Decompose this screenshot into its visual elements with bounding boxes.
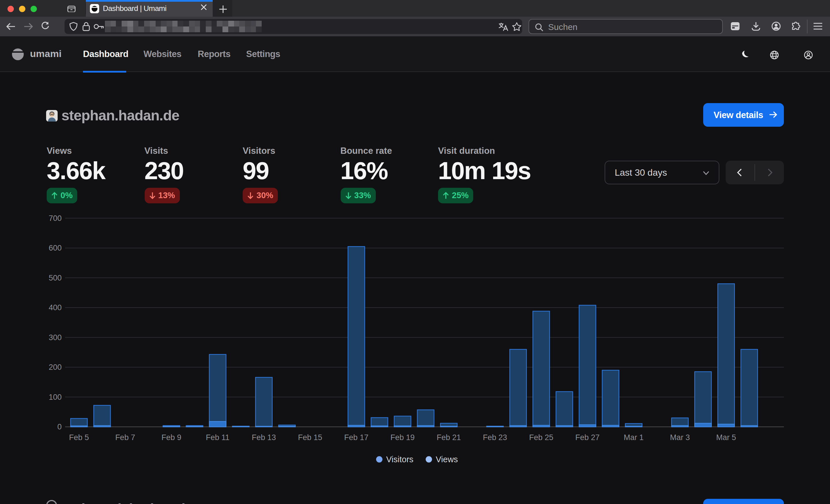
svg-text:Feb 15: Feb 15 — [298, 433, 322, 442]
svg-text:Mar 3: Mar 3 — [670, 433, 690, 442]
svg-text:Views: Views — [436, 455, 458, 464]
svg-text:400: 400 — [49, 303, 62, 312]
svg-text:Visitors: Visitors — [386, 455, 414, 464]
svg-text:Feb 11: Feb 11 — [206, 433, 229, 442]
svg-text:Mar 1: Mar 1 — [624, 433, 643, 442]
svg-text:Feb 21: Feb 21 — [437, 433, 461, 442]
svg-text:Feb 13: Feb 13 — [252, 433, 276, 442]
svg-text:Feb 25: Feb 25 — [529, 433, 553, 442]
svg-text:Feb 9: Feb 9 — [161, 433, 181, 442]
svg-text:300: 300 — [49, 333, 62, 342]
svg-text:Feb 5: Feb 5 — [69, 433, 89, 442]
svg-text:Feb 23: Feb 23 — [483, 433, 507, 442]
svg-text:100: 100 — [49, 393, 62, 401]
svg-text:Feb 7: Feb 7 — [115, 433, 135, 442]
svg-text:600: 600 — [49, 244, 62, 252]
svg-text:Feb 27: Feb 27 — [575, 433, 600, 442]
svg-text:700: 700 — [49, 214, 62, 223]
svg-text:Feb 19: Feb 19 — [390, 433, 415, 442]
svg-text:Mar 5: Mar 5 — [716, 433, 736, 442]
svg-text:500: 500 — [49, 274, 62, 282]
svg-text:Feb 17: Feb 17 — [344, 433, 368, 442]
svg-text:200: 200 — [49, 363, 62, 372]
svg-text:0: 0 — [57, 423, 62, 431]
